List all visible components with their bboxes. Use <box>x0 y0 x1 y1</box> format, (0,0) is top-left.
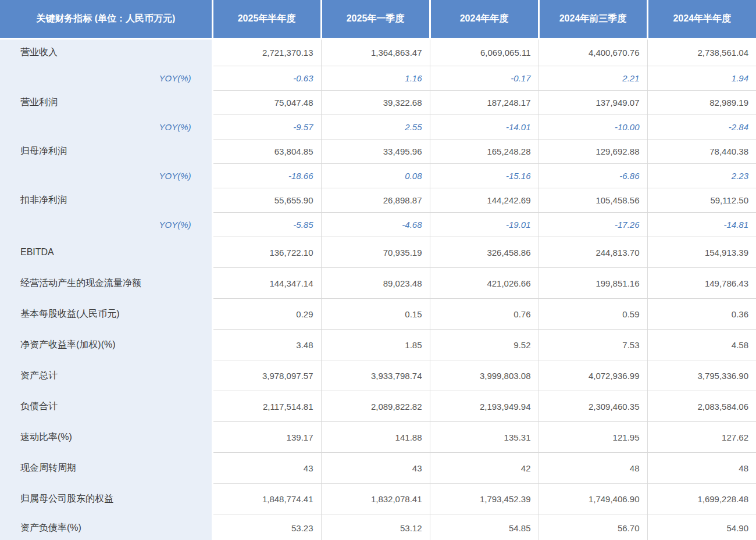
value-cell: 136,722.10 <box>212 237 321 268</box>
yoy-value-cell: -14.81 <box>647 213 756 237</box>
value-cell: 89,023.48 <box>321 268 430 299</box>
value-cell: 6,069,065.11 <box>430 39 539 66</box>
metric-label-cell: 负债合计 <box>0 391 212 422</box>
value-cell: 53.12 <box>321 514 430 540</box>
value-cell: 82,989.19 <box>647 91 756 115</box>
value-cell: 326,458.86 <box>430 237 539 268</box>
value-cell: 187,248.17 <box>430 91 539 115</box>
metric-row: 扣非净利润55,655.9026,898.87144,242.69105,458… <box>0 188 756 213</box>
metric-label-cell: 经营活动产生的现金流量净额 <box>0 268 212 299</box>
metric-label-cell: 扣非净利润 <box>0 188 212 213</box>
value-cell: 2,738,561.04 <box>647 39 756 66</box>
yoy-label-cell: YOY(%) <box>0 115 212 140</box>
value-cell: 421,026.66 <box>430 268 539 299</box>
header-period-cell: 2024年半年度 <box>647 0 756 39</box>
value-cell: 2,721,370.13 <box>212 39 321 66</box>
value-cell: 4,072,936.99 <box>539 360 647 391</box>
metric-label-cell: 速动比率(%) <box>0 422 212 453</box>
yoy-value-cell: 0.08 <box>321 164 430 188</box>
metric-row: 归属母公司股东的权益1,848,774.411,832,078.411,793,… <box>0 484 756 514</box>
value-cell: 7.53 <box>539 330 647 360</box>
yoy-value-cell: -17.26 <box>539 213 647 237</box>
value-cell: 0.29 <box>212 299 321 330</box>
yoy-value-cell: -14.01 <box>430 115 539 140</box>
value-cell: 42 <box>430 453 539 484</box>
yoy-value-cell: -15.16 <box>430 164 539 188</box>
value-cell: 48 <box>539 453 647 484</box>
yoy-row: YOY(%)-0.631.16-0.172.211.94 <box>0 66 756 91</box>
metric-row: 资产总计3,978,097.573,933,798.743,999,803.08… <box>0 360 756 391</box>
table-header-row: 关键财务指标 (单位：人民币万元)2025年半年度2025年一季度2024年年度… <box>0 0 756 39</box>
value-cell: 59,112.50 <box>647 188 756 213</box>
yoy-value-cell: -2.84 <box>647 115 756 140</box>
value-cell: 127.62 <box>647 422 756 453</box>
metric-label-cell: 基本每股收益(人民币元) <box>0 299 212 330</box>
header-period-cell: 2024年年度 <box>430 0 539 39</box>
yoy-value-cell: -0.63 <box>212 66 321 91</box>
value-cell: 2,193,949.94 <box>430 391 539 422</box>
value-cell: 105,458.56 <box>539 188 647 213</box>
value-cell: 2,117,514.81 <box>212 391 321 422</box>
value-cell: 78,440.38 <box>647 140 756 164</box>
metric-row: 营业收入2,721,370.131,364,863.476,069,065.11… <box>0 39 756 66</box>
value-cell: 2,309,460.35 <box>539 391 647 422</box>
metric-row: 营业利润75,047.4839,322.68187,248.17137,949.… <box>0 91 756 115</box>
yoy-value-cell: 2.23 <box>647 164 756 188</box>
header-period-cell: 2025年一季度 <box>321 0 430 39</box>
metric-label-cell: 净资产收益率(加权)(%) <box>0 330 212 360</box>
value-cell: 26,898.87 <box>321 188 430 213</box>
value-cell: 3,795,336.90 <box>647 360 756 391</box>
yoy-value-cell: -10.00 <box>539 115 647 140</box>
value-cell: 199,851.16 <box>539 268 647 299</box>
yoy-value-cell: -0.17 <box>430 66 539 91</box>
yoy-row: YOY(%)-9.572.55-14.01-10.00-2.84 <box>0 115 756 140</box>
value-cell: 39,322.68 <box>321 91 430 115</box>
yoy-value-cell: 2.55 <box>321 115 430 140</box>
metric-row: EBITDA136,722.1070,935.19326,458.86244,8… <box>0 237 756 268</box>
value-cell: 2,089,822.82 <box>321 391 430 422</box>
value-cell: 141.88 <box>321 422 430 453</box>
yoy-label-cell: YOY(%) <box>0 213 212 237</box>
metric-label-cell: 现金周转周期 <box>0 453 212 484</box>
value-cell: 56.70 <box>539 514 647 540</box>
value-cell: 1,832,078.41 <box>321 484 430 514</box>
value-cell: 1,749,406.90 <box>539 484 647 514</box>
value-cell: 3.48 <box>212 330 321 360</box>
value-cell: 0.76 <box>430 299 539 330</box>
value-cell: 63,804.85 <box>212 140 321 164</box>
value-cell: 4.58 <box>647 330 756 360</box>
metric-row: 基本每股收益(人民币元)0.290.150.760.590.36 <box>0 299 756 330</box>
table-body: 营业收入2,721,370.131,364,863.476,069,065.11… <box>0 39 756 540</box>
metric-row: 经营活动产生的现金流量净额144,347.1489,023.48421,026.… <box>0 268 756 299</box>
metric-row: 负债合计2,117,514.812,089,822.822,193,949.94… <box>0 391 756 422</box>
value-cell: 3,978,097.57 <box>212 360 321 391</box>
metric-label-cell: 营业利润 <box>0 91 212 115</box>
metric-label-cell: 归属母公司股东的权益 <box>0 484 212 514</box>
value-cell: 121.95 <box>539 422 647 453</box>
value-cell: 55,655.90 <box>212 188 321 213</box>
value-cell: 54.85 <box>430 514 539 540</box>
metric-row: 归母净利润63,804.8533,495.96165,248.28129,692… <box>0 140 756 164</box>
value-cell: 3,999,803.08 <box>430 360 539 391</box>
value-cell: 43 <box>212 453 321 484</box>
value-cell: 54.90 <box>647 514 756 540</box>
value-cell: 0.15 <box>321 299 430 330</box>
yoy-value-cell: 1.16 <box>321 66 430 91</box>
value-cell: 0.59 <box>539 299 647 330</box>
value-cell: 33,495.96 <box>321 140 430 164</box>
yoy-value-cell: -18.66 <box>212 164 321 188</box>
value-cell: 9.52 <box>430 330 539 360</box>
yoy-value-cell: 1.94 <box>647 66 756 91</box>
metric-row: 净资产收益率(加权)(%)3.481.859.527.534.58 <box>0 330 756 360</box>
value-cell: 3,933,798.74 <box>321 360 430 391</box>
value-cell: 1,699,228.48 <box>647 484 756 514</box>
yoy-label-cell: YOY(%) <box>0 164 212 188</box>
metric-label-cell: 归母净利润 <box>0 140 212 164</box>
yoy-value-cell: -5.85 <box>212 213 321 237</box>
value-cell: 1,364,863.47 <box>321 39 430 66</box>
yoy-row: YOY(%)-5.85-4.68-19.01-17.26-14.81 <box>0 213 756 237</box>
value-cell: 75,047.48 <box>212 91 321 115</box>
value-cell: 1,793,452.39 <box>430 484 539 514</box>
metric-label-cell: 资产总计 <box>0 360 212 391</box>
financial-indicators-table: 关键财务指标 (单位：人民币万元)2025年半年度2025年一季度2024年年度… <box>0 0 756 540</box>
